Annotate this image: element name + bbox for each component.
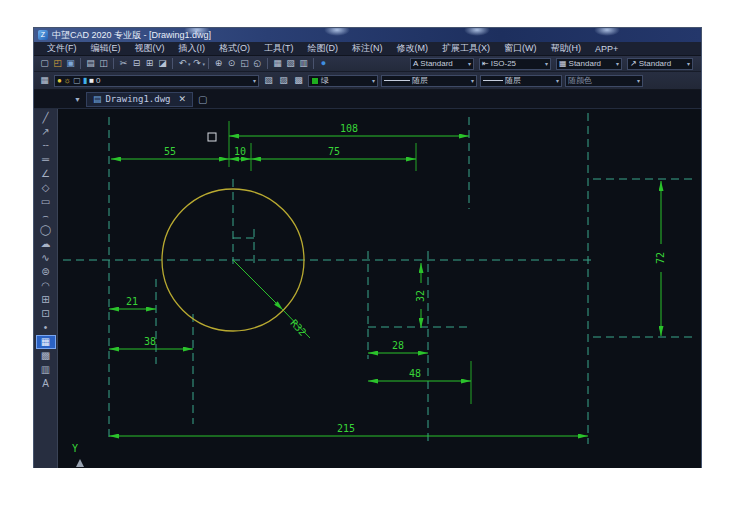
text-style-icon: A xyxy=(413,59,418,68)
circle-tool-icon[interactable]: ◯ xyxy=(36,223,56,237)
insert-block-tool-icon[interactable]: ⊞ xyxy=(36,293,56,307)
document-tab[interactable]: ▤ Drawing1.dwg ✕ xyxy=(86,92,193,107)
pan-icon[interactable]: ⊕ xyxy=(212,57,225,70)
linetype-combo[interactable]: 随层 ▾ xyxy=(381,75,477,87)
menu-item-4[interactable]: 格式(O) xyxy=(212,42,257,55)
rectangle-tool-icon[interactable]: ▭ xyxy=(36,195,56,209)
spline-tool-icon[interactable]: ∿ xyxy=(36,251,56,265)
layer-properties-icon[interactable]: ▦ xyxy=(271,57,284,70)
menu-item-0[interactable]: 文件(F) xyxy=(40,42,84,55)
menu-item-8[interactable]: 修改(M) xyxy=(390,42,436,55)
document-icon: ▤ xyxy=(93,94,102,104)
layer-on-icon[interactable]: ● xyxy=(57,77,62,85)
chevron-down-icon[interactable]: ▾ xyxy=(471,77,474,84)
layer-states-icon[interactable]: ▧ xyxy=(284,57,297,70)
menu-item-5[interactable]: 工具(T) xyxy=(257,42,301,55)
dimension-lines[interactable] xyxy=(109,136,661,436)
layer-plot-icon[interactable]: ▢ xyxy=(73,77,81,85)
chevron-down-icon[interactable]: ▾ xyxy=(556,77,559,84)
lineweight-sample-icon xyxy=(483,80,503,81)
layer-match-icon[interactable]: ▧ xyxy=(262,74,275,87)
arc-tool-icon[interactable]: ⌢ xyxy=(36,209,56,223)
make-block-tool-icon[interactable]: ⊡ xyxy=(36,307,56,321)
menu-item-2[interactable]: 视图(V) xyxy=(128,42,172,55)
redo-dropdown-icon[interactable]: ▾ xyxy=(203,61,206,67)
tab-overflow-icon[interactable]: ▼ xyxy=(74,96,81,103)
multiline-tool-icon[interactable]: ═ xyxy=(36,153,56,167)
menu-item-9[interactable]: 扩展工具(X) xyxy=(435,42,497,55)
menu-item-6[interactable]: 绘图(D) xyxy=(301,42,346,55)
text-style-combo[interactable]: AStandard▾ xyxy=(410,58,474,70)
lineweight-combo[interactable]: 随层 ▾ xyxy=(480,75,562,87)
paste-icon[interactable]: ⊞ xyxy=(143,57,156,70)
plot-icon[interactable]: ▤ xyxy=(84,57,97,70)
mleader-style-icon: ↗ xyxy=(630,59,637,68)
title-bar[interactable]: Z 中望CAD 2020 专业版 - [Drawing1.dwg] xyxy=(34,28,701,42)
dim-style-combo[interactable]: ⇤ISO-25▾ xyxy=(479,58,551,70)
menu-item-10[interactable]: 窗口(W) xyxy=(497,42,544,55)
zoom-realtime-icon[interactable]: ⊙ xyxy=(225,57,238,70)
mleader-style-combo[interactable]: ↗Standard▾ xyxy=(627,58,693,70)
ellipse-arc-tool-icon[interactable]: ◠ xyxy=(36,279,56,293)
layer-previous-icon[interactable]: ▨ xyxy=(277,74,290,87)
mtext-tool-icon[interactable]: A xyxy=(36,377,56,391)
ray-tool-icon[interactable]: ↗ xyxy=(36,125,56,139)
region-tool-icon[interactable]: ▥ xyxy=(36,363,56,377)
render-sphere-icon[interactable]: ● xyxy=(317,57,330,70)
new-document-icon[interactable]: ▢ xyxy=(198,94,207,105)
chevron-down-icon[interactable]: ▾ xyxy=(637,77,640,84)
chevron-down-icon[interactable]: ▾ xyxy=(372,77,375,84)
close-icon[interactable]: ✕ xyxy=(174,94,186,104)
zoom-previous-icon[interactable]: ◵ xyxy=(251,57,264,70)
toolbar-separator xyxy=(113,58,114,69)
menu-item-11[interactable]: 帮助(H) xyxy=(544,42,589,55)
app-logo-icon: Z xyxy=(38,30,48,40)
layer-lock-icon[interactable]: ▮ xyxy=(83,77,87,85)
layer-color-swatch-icon[interactable]: ■ xyxy=(89,77,94,85)
revision-cloud-tool-icon[interactable]: ☁ xyxy=(36,237,56,251)
chevron-down-icon[interactable]: ▾ xyxy=(616,60,619,67)
chevron-down-icon[interactable]: ▾ xyxy=(253,77,256,84)
construction-line-tool-icon[interactable]: ╌ xyxy=(36,139,56,153)
color-combo[interactable]: 绿 ▾ xyxy=(308,75,378,87)
document-tab-title: Drawing1.dwg xyxy=(105,94,170,104)
plotstyle-combo[interactable]: 随颜色 ▾ xyxy=(565,75,643,87)
dim-38: 38 xyxy=(144,336,156,347)
table-style-combo[interactable]: ▦Standard▾ xyxy=(556,58,622,70)
polyline-tool-icon[interactable]: ∠ xyxy=(36,167,56,181)
layer-tool-buttons: ▧▨▩ xyxy=(262,74,305,87)
properties-palette-icon[interactable]: ▥ xyxy=(297,57,310,70)
layer-freeze-icon[interactable]: ☼ xyxy=(64,77,71,85)
dim-215: 215 xyxy=(337,423,355,434)
chevron-down-icon[interactable]: ▾ xyxy=(545,60,548,67)
point-tool-icon[interactable]: • xyxy=(36,321,56,335)
zoom-window-icon[interactable]: ◱ xyxy=(238,57,251,70)
toolbar-separator xyxy=(267,58,268,69)
layer-manager-icon[interactable]: ▦ xyxy=(38,74,51,87)
gradient-tool-icon[interactable]: ▩ xyxy=(36,349,56,363)
save-file-icon[interactable]: ▣ xyxy=(64,57,77,70)
new-file-icon[interactable]: ▢ xyxy=(38,57,51,70)
line-tool-icon[interactable]: ╱ xyxy=(36,111,56,125)
extension-lines[interactable] xyxy=(229,121,471,404)
chevron-down-icon[interactable]: ▾ xyxy=(468,60,471,67)
standard-toolbar: ▢◰▣▤◫✂⊟⊞◪↶▾↷▾⊕⊙◱◵▦▧▥● AStandard▾⇤ISO-25▾… xyxy=(34,56,701,72)
menu-item-3[interactable]: 插入(I) xyxy=(172,42,213,55)
copy-icon[interactable]: ⊟ xyxy=(130,57,143,70)
menu-item-7[interactable]: 标注(N) xyxy=(345,42,390,55)
layer-isolate-icon[interactable]: ▩ xyxy=(292,74,305,87)
match-properties-icon[interactable]: ◪ xyxy=(156,57,169,70)
centerlines[interactable] xyxy=(63,113,696,444)
cut-icon[interactable]: ✂ xyxy=(117,57,130,70)
open-file-icon[interactable]: ◰ xyxy=(51,57,64,70)
print-preview-icon[interactable]: ◫ xyxy=(97,57,110,70)
layer-combo[interactable]: ●☼▢▮■ 0 ▾ xyxy=(54,75,259,87)
chevron-down-icon[interactable]: ▾ xyxy=(687,60,690,67)
drawing-canvas[interactable]: 108 55 10 75 21 38 28 48 215 72 32 R32 xyxy=(58,109,701,468)
polygon-tool-icon[interactable]: ◇ xyxy=(36,181,56,195)
main-area: ╱↗╌═∠◇▭⌢◯☁∿⊜◠⊞⊡•▦▩▥A xyxy=(34,109,701,468)
ellipse-tool-icon[interactable]: ⊜ xyxy=(36,265,56,279)
menu-item-1[interactable]: 编辑(E) xyxy=(84,42,128,55)
menu-item-12[interactable]: APP+ xyxy=(588,44,625,54)
hatch-tool-icon[interactable]: ▦ xyxy=(36,335,56,349)
